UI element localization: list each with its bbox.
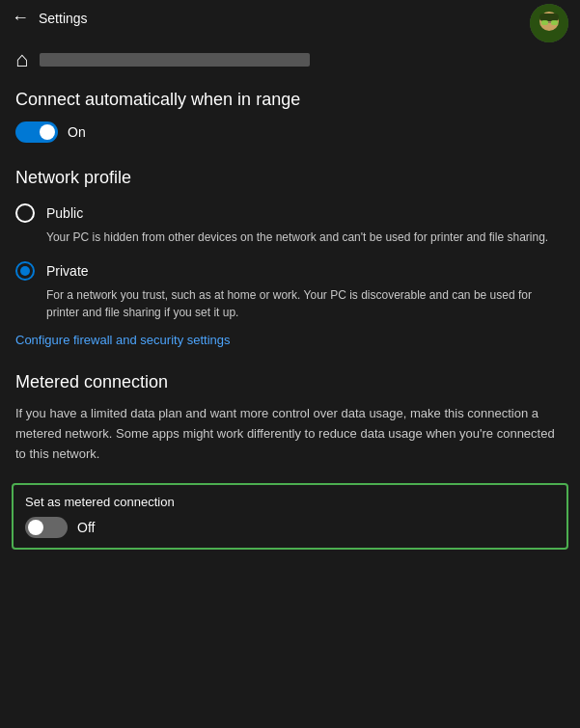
header: ← Settings	[0, 0, 580, 36]
metered-box: Set as metered connection Off	[12, 483, 568, 550]
metered-description: If you have a limited data plan and want…	[0, 400, 580, 479]
connect-auto-toggle-label: On	[68, 124, 86, 140]
metered-toggle-row: Off	[25, 517, 555, 538]
metered-connection-section: Metered connection If you have a limited…	[0, 363, 580, 550]
metered-title: Metered connection	[0, 363, 580, 400]
private-description: For a network you trust, such as at home…	[0, 284, 580, 329]
private-radio-inner	[20, 266, 30, 276]
metered-toggle-label: Off	[77, 520, 95, 535]
toggle-thumb-on	[40, 124, 55, 140]
public-radio-row[interactable]: Public	[0, 196, 580, 227]
avatar-svg	[530, 4, 568, 42]
connect-auto-toggle-row: On	[0, 118, 580, 158]
firewall-link[interactable]: Configure firewall and security settings	[0, 329, 580, 363]
network-profile-section: Network profile Public Your PC is hidden…	[0, 158, 580, 363]
network-profile-title: Network profile	[0, 158, 580, 196]
network-icon-row: ⌂	[0, 36, 580, 80]
avatar	[530, 4, 568, 42]
connect-auto-title: Connect automatically when in range	[0, 80, 580, 118]
private-radio-button[interactable]	[15, 261, 35, 281]
svg-rect-3	[541, 20, 548, 25]
network-name-bar	[40, 53, 310, 67]
metered-box-title: Set as metered connection	[25, 495, 555, 509]
public-radio-button[interactable]	[15, 203, 35, 223]
metered-toggle[interactable]	[25, 517, 68, 538]
home-icon: ⌂	[15, 47, 28, 72]
public-radio-label: Public	[46, 205, 83, 221]
header-title: Settings	[39, 11, 88, 26]
public-description: Your PC is hidden from other devices on …	[0, 227, 580, 254]
connect-auto-section: Connect automatically when in range On	[0, 80, 580, 158]
svg-rect-2	[539, 13, 559, 21]
avatar-image	[530, 4, 568, 42]
svg-rect-4	[551, 20, 558, 25]
private-radio-row[interactable]: Private	[0, 254, 580, 284]
connect-auto-toggle[interactable]	[15, 121, 58, 143]
back-button[interactable]: ←	[12, 8, 29, 28]
private-radio-label: Private	[46, 263, 89, 279]
